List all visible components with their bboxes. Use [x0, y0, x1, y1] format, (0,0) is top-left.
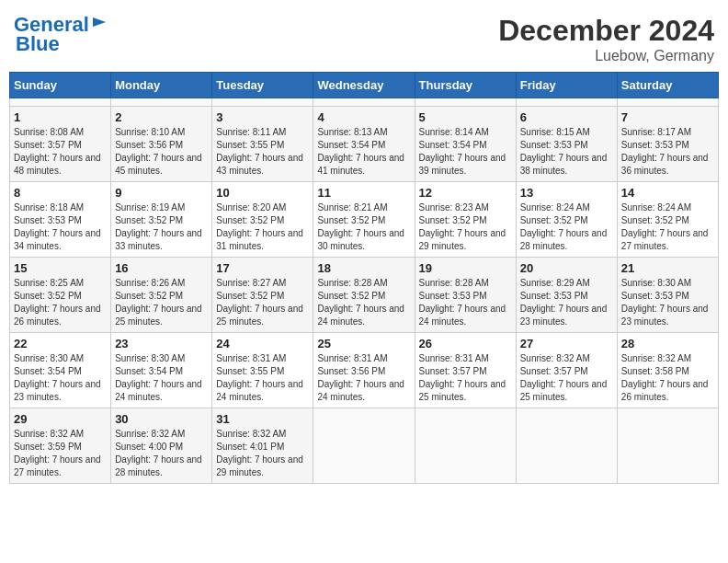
day-number: 16: [115, 261, 208, 275]
calendar-day-cell: 21Sunrise: 8:30 AM Sunset: 3:53 PM Dayli…: [617, 258, 718, 333]
logo: General Blue: [14, 14, 108, 56]
calendar-day-cell: 17Sunrise: 8:27 AM Sunset: 3:52 PM Dayli…: [212, 258, 313, 333]
day-number: 19: [419, 261, 512, 275]
calendar-week-row: 1Sunrise: 8:08 AM Sunset: 3:57 PM Daylig…: [10, 107, 719, 182]
day-info: Sunrise: 8:31 AM Sunset: 3:56 PM Dayligh…: [317, 352, 410, 404]
calendar-day-cell: 28Sunrise: 8:32 AM Sunset: 3:58 PM Dayli…: [617, 333, 718, 408]
calendar-day-cell: [313, 408, 415, 484]
calendar-day-cell: [617, 98, 718, 107]
calendar-day-cell: 29Sunrise: 8:32 AM Sunset: 3:59 PM Dayli…: [10, 408, 111, 484]
day-number: 22: [14, 337, 107, 350]
day-info: Sunrise: 8:32 AM Sunset: 3:57 PM Dayligh…: [520, 352, 613, 404]
calendar-table: Sunday Monday Tuesday Wednesday Thursday…: [9, 72, 719, 484]
calendar-day-cell: [313, 98, 415, 107]
day-info: Sunrise: 8:23 AM Sunset: 3:52 PM Dayligh…: [419, 201, 512, 253]
day-number: 17: [216, 261, 309, 275]
day-info: Sunrise: 8:32 AM Sunset: 4:00 PM Dayligh…: [115, 428, 208, 479]
calendar-day-cell: 13Sunrise: 8:24 AM Sunset: 3:52 PM Dayli…: [516, 182, 617, 258]
day-number: 24: [216, 337, 309, 350]
day-number: 30: [115, 412, 208, 426]
day-number: 9: [115, 186, 208, 200]
day-info: Sunrise: 8:28 AM Sunset: 3:53 PM Dayligh…: [419, 277, 512, 328]
day-number: 20: [520, 261, 613, 275]
day-info: Sunrise: 8:10 AM Sunset: 3:56 PM Dayligh…: [115, 126, 208, 178]
day-number: 29: [14, 412, 107, 426]
day-number: 23: [115, 337, 208, 350]
calendar-week-row: 8Sunrise: 8:18 AM Sunset: 3:53 PM Daylig…: [10, 182, 719, 258]
day-number: 7: [621, 110, 714, 124]
day-number: 26: [419, 337, 512, 350]
calendar-day-cell: 3Sunrise: 8:11 AM Sunset: 3:55 PM Daylig…: [212, 107, 313, 182]
day-number: 21: [621, 261, 714, 275]
day-info: Sunrise: 8:27 AM Sunset: 3:52 PM Dayligh…: [216, 277, 309, 328]
calendar-day-cell: 7Sunrise: 8:17 AM Sunset: 3:53 PM Daylig…: [617, 107, 718, 182]
day-info: Sunrise: 8:08 AM Sunset: 3:57 PM Dayligh…: [14, 126, 107, 178]
day-number: 4: [317, 110, 410, 124]
calendar-day-cell: [212, 98, 313, 107]
header-sunday: Sunday: [10, 73, 111, 98]
calendar-day-cell: 5Sunrise: 8:14 AM Sunset: 3:54 PM Daylig…: [415, 107, 516, 182]
day-number: 8: [14, 186, 107, 200]
calendar-day-cell: 24Sunrise: 8:31 AM Sunset: 3:55 PM Dayli…: [212, 333, 313, 408]
calendar-day-cell: 12Sunrise: 8:23 AM Sunset: 3:52 PM Dayli…: [415, 182, 516, 258]
calendar-day-cell: [415, 98, 516, 107]
logo-blue-text: Blue: [16, 32, 60, 55]
header-monday: Monday: [111, 73, 212, 98]
calendar-week-row: 29Sunrise: 8:32 AM Sunset: 3:59 PM Dayli…: [10, 408, 719, 484]
calendar-day-cell: 22Sunrise: 8:30 AM Sunset: 3:54 PM Dayli…: [10, 333, 111, 408]
calendar-day-cell: 30Sunrise: 8:32 AM Sunset: 4:00 PM Dayli…: [111, 408, 212, 484]
calendar-day-cell: 20Sunrise: 8:29 AM Sunset: 3:53 PM Dayli…: [516, 258, 617, 333]
day-number: 27: [520, 337, 613, 350]
day-number: 10: [216, 186, 309, 200]
logo-arrow-icon: [91, 14, 108, 30]
day-number: 12: [419, 186, 512, 200]
calendar-day-cell: 16Sunrise: 8:26 AM Sunset: 3:52 PM Dayli…: [111, 258, 212, 333]
calendar-day-cell: [111, 98, 212, 107]
day-number: 31: [216, 412, 309, 426]
calendar-day-cell: 2Sunrise: 8:10 AM Sunset: 3:56 PM Daylig…: [111, 107, 212, 182]
day-number: 5: [419, 110, 512, 124]
day-info: Sunrise: 8:30 AM Sunset: 3:54 PM Dayligh…: [115, 352, 208, 404]
day-info: Sunrise: 8:30 AM Sunset: 3:54 PM Dayligh…: [14, 352, 107, 404]
calendar-week-row: 22Sunrise: 8:30 AM Sunset: 3:54 PM Dayli…: [10, 333, 719, 408]
day-info: Sunrise: 8:32 AM Sunset: 3:58 PM Dayligh…: [621, 352, 714, 404]
calendar-day-cell: 31Sunrise: 8:32 AM Sunset: 4:01 PM Dayli…: [212, 408, 313, 484]
calendar-day-cell: 6Sunrise: 8:15 AM Sunset: 3:53 PM Daylig…: [516, 107, 617, 182]
calendar-day-cell: 15Sunrise: 8:25 AM Sunset: 3:52 PM Dayli…: [10, 258, 111, 333]
day-info: Sunrise: 8:24 AM Sunset: 3:52 PM Dayligh…: [621, 201, 714, 253]
calendar-day-cell: [516, 408, 617, 484]
calendar-day-cell: 23Sunrise: 8:30 AM Sunset: 3:54 PM Dayli…: [111, 333, 212, 408]
page-header: General Blue December 2024 Luebow, Germa…: [9, 9, 719, 64]
calendar-subtitle: Luebow, Germany: [498, 48, 714, 64]
day-info: Sunrise: 8:26 AM Sunset: 3:52 PM Dayligh…: [115, 277, 208, 328]
day-info: Sunrise: 8:21 AM Sunset: 3:52 PM Dayligh…: [317, 201, 410, 253]
calendar-header-row: Sunday Monday Tuesday Wednesday Thursday…: [10, 73, 719, 98]
header-tuesday: Tuesday: [212, 73, 313, 98]
day-info: Sunrise: 8:30 AM Sunset: 3:53 PM Dayligh…: [621, 277, 714, 328]
calendar-day-cell: 14Sunrise: 8:24 AM Sunset: 3:52 PM Dayli…: [617, 182, 718, 258]
header-thursday: Thursday: [415, 73, 516, 98]
day-number: 1: [14, 110, 107, 124]
day-number: 18: [317, 261, 410, 275]
calendar-day-cell: 26Sunrise: 8:31 AM Sunset: 3:57 PM Dayli…: [415, 333, 516, 408]
calendar-day-cell: [516, 98, 617, 107]
title-block: December 2024 Luebow, Germany: [498, 14, 714, 64]
calendar-day-cell: 1Sunrise: 8:08 AM Sunset: 3:57 PM Daylig…: [10, 107, 111, 182]
day-number: 15: [14, 261, 107, 275]
day-info: Sunrise: 8:13 AM Sunset: 3:54 PM Dayligh…: [317, 126, 410, 178]
calendar-day-cell: 27Sunrise: 8:32 AM Sunset: 3:57 PM Dayli…: [516, 333, 617, 408]
day-info: Sunrise: 8:11 AM Sunset: 3:55 PM Dayligh…: [216, 126, 309, 178]
calendar-day-cell: [617, 408, 718, 484]
day-number: 11: [317, 186, 410, 200]
day-number: 28: [621, 337, 714, 350]
day-number: 25: [317, 337, 410, 350]
calendar-day-cell: [415, 408, 516, 484]
calendar-day-cell: 25Sunrise: 8:31 AM Sunset: 3:56 PM Dayli…: [313, 333, 415, 408]
day-number: 6: [520, 110, 613, 124]
calendar-day-cell: 4Sunrise: 8:13 AM Sunset: 3:54 PM Daylig…: [313, 107, 415, 182]
calendar-day-cell: 18Sunrise: 8:28 AM Sunset: 3:52 PM Dayli…: [313, 258, 415, 333]
day-info: Sunrise: 8:24 AM Sunset: 3:52 PM Dayligh…: [520, 201, 613, 253]
day-info: Sunrise: 8:18 AM Sunset: 3:53 PM Dayligh…: [14, 201, 107, 253]
svg-marker-0: [93, 17, 106, 27]
day-number: 2: [115, 110, 208, 124]
